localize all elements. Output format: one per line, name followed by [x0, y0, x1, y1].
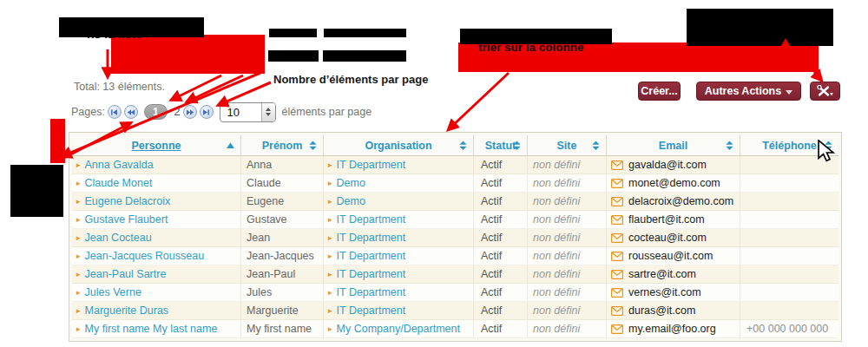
person-link[interactable]: My first name My last name — [85, 323, 218, 335]
firstname-cell: Gustave — [241, 211, 324, 228]
table-row[interactable]: ▸Anna GavaldaAnna▸IT DepartmentActifnon … — [72, 156, 838, 174]
person-link[interactable]: Marguerite Duras — [85, 304, 169, 317]
person-link[interactable]: Jean Cocteau — [85, 232, 152, 244]
table-row[interactable]: ▸Gustave FlaubertGustave▸IT DepartmentAc… — [72, 211, 838, 229]
create-button[interactable]: Créer... — [638, 82, 681, 101]
column-header-organisation[interactable]: Organisation — [324, 135, 474, 155]
table-row[interactable]: ▸Jean-Jacques RousseauJean-Jacques▸IT De… — [72, 247, 838, 265]
column-header-personne[interactable]: Personne — [72, 135, 241, 155]
redaction-box — [460, 29, 612, 44]
email-value: my.email@foo.org — [628, 323, 716, 335]
column-header-label: Email — [659, 140, 687, 152]
column-header-statut[interactable]: Statut — [474, 135, 528, 155]
first-page-button[interactable] — [108, 105, 122, 119]
email-cell: sartre@it.com — [607, 265, 740, 283]
organisation-link[interactable]: IT Department — [337, 213, 406, 226]
person-link[interactable]: Jean-Paul Sartre — [85, 268, 167, 280]
pages-label: Pages: — [71, 106, 105, 118]
sort-control[interactable] — [825, 141, 832, 150]
column-header-telephone[interactable]: Téléphone — [740, 135, 838, 155]
table-row[interactable]: ▸Eugene DelacroixEugene▸DemoActifnon déf… — [72, 193, 838, 211]
sort-both-icon — [592, 141, 600, 150]
organisation-link[interactable]: IT Department — [337, 232, 406, 244]
status-value: Actif — [474, 159, 502, 171]
redaction-box — [10, 165, 63, 217]
sort-both-icon — [726, 141, 733, 150]
row-bullet-icon: ▸ — [76, 288, 81, 297]
status-cell: Actif — [474, 193, 528, 210]
site-cell: non défini — [528, 156, 607, 174]
organisation-cell: ▸IT Department — [324, 247, 474, 265]
organisation-link[interactable]: My Company/Department — [337, 323, 460, 335]
table-row[interactable]: ▸Claude MonetClaude▸DemoActifnon définim… — [72, 174, 838, 193]
column-header-site[interactable]: Site — [528, 135, 607, 155]
table-row[interactable]: ▸Jean CocteauJean▸IT DepartmentActifnon … — [72, 229, 838, 247]
next-page-button[interactable] — [183, 105, 197, 119]
organisation-link[interactable]: Demo — [337, 177, 365, 189]
organisation-link[interactable]: IT Department — [337, 286, 406, 298]
page-size-spinner[interactable]: 10 — [220, 102, 276, 122]
organisation-link[interactable]: IT Department — [337, 268, 406, 280]
email-value: monet@demo.com — [628, 177, 720, 189]
email-value: rousseau@it.com — [628, 250, 713, 262]
column-header-label: Prénom — [262, 140, 303, 152]
organisation-cell: ▸IT Department — [324, 284, 474, 301]
sort-control[interactable] — [592, 141, 600, 150]
email-value: duras@it.com — [628, 304, 695, 317]
organisation-cell: ▸Demo — [324, 174, 474, 192]
current-page-badge: 1 — [144, 104, 168, 120]
column-header-email[interactable]: Email — [607, 135, 740, 155]
sort-control[interactable] — [459, 141, 467, 150]
table-row[interactable]: ▸Jules VerneJules▸IT DepartmentActifnon … — [72, 284, 838, 302]
organisation-link[interactable]: IT Department — [337, 304, 406, 317]
row-bullet-icon: ▸ — [76, 179, 81, 187]
row-bullet-icon: ▸ — [76, 233, 81, 242]
site-cell: non défini — [528, 211, 607, 228]
person-link[interactable]: Anna Gavalda — [85, 159, 154, 171]
previous-page-button[interactable] — [124, 105, 138, 119]
person-link[interactable]: Claude Monet — [85, 177, 153, 189]
row-bullet-icon: ▸ — [328, 197, 332, 206]
row-bullet-icon: ▸ — [328, 160, 332, 169]
person-link[interactable]: Jean-Jacques Rousseau — [85, 250, 205, 262]
status-cell: Actif — [474, 211, 528, 228]
status-value: Actif — [474, 213, 502, 226]
sort-control[interactable] — [309, 141, 317, 150]
organisation-link[interactable]: IT Department — [337, 250, 406, 262]
table-row[interactable]: ▸Marguerite DurasMarguerite▸IT Departmen… — [72, 302, 838, 320]
table-row[interactable]: ▸Jean-Paul SartreJean-Paul▸IT Department… — [72, 265, 838, 284]
page-2-link[interactable]: 2 — [174, 106, 181, 118]
row-bullet-icon: ▸ — [328, 288, 332, 297]
email-cell: gavalda@it.com — [607, 156, 740, 174]
sort-control[interactable] — [513, 141, 521, 150]
person-link[interactable]: Jules Verne — [85, 286, 141, 298]
person-link[interactable]: Gustave Flaubert — [85, 213, 168, 226]
status-cell: Actif — [474, 247, 528, 265]
last-page-button[interactable] — [200, 105, 214, 119]
column-header-label: Personne — [132, 140, 181, 152]
firstname-cell: Marguerite — [241, 302, 324, 319]
email-icon — [611, 215, 623, 225]
column-header-prenom[interactable]: Prénom — [241, 135, 324, 155]
firstname-cell: Jean-Jacques — [241, 247, 324, 265]
sort-control[interactable] — [726, 141, 733, 150]
sort-control[interactable] — [227, 141, 234, 150]
tools-menu-button[interactable] — [810, 82, 840, 101]
organisation-cell: ▸IT Department — [324, 302, 474, 319]
person-cell: ▸Jean-Paul Sartre — [72, 265, 241, 283]
firstname-cell: Anna — [241, 156, 324, 174]
organisation-cell: ▸My Company/Department — [324, 320, 474, 337]
organisation-link[interactable]: IT Department — [337, 159, 406, 171]
other-actions-button[interactable]: Autres Actions — [696, 82, 801, 101]
person-cell: ▸Anna Gavalda — [72, 156, 241, 174]
status-cell: Actif — [474, 156, 528, 174]
row-bullet-icon: ▸ — [76, 252, 81, 260]
status-value: Actif — [474, 304, 502, 317]
person-link[interactable]: Eugene Delacroix — [85, 195, 171, 207]
table-row[interactable]: ▸My first name My last nameMy first name… — [72, 320, 838, 338]
spinner-arrows-icon[interactable] — [261, 103, 275, 121]
organisation-link[interactable]: Demo — [337, 195, 365, 207]
create-button-label: Créer... — [641, 85, 677, 97]
redaction-box — [268, 50, 319, 62]
email-cell: cocteau@it.com — [607, 229, 740, 246]
